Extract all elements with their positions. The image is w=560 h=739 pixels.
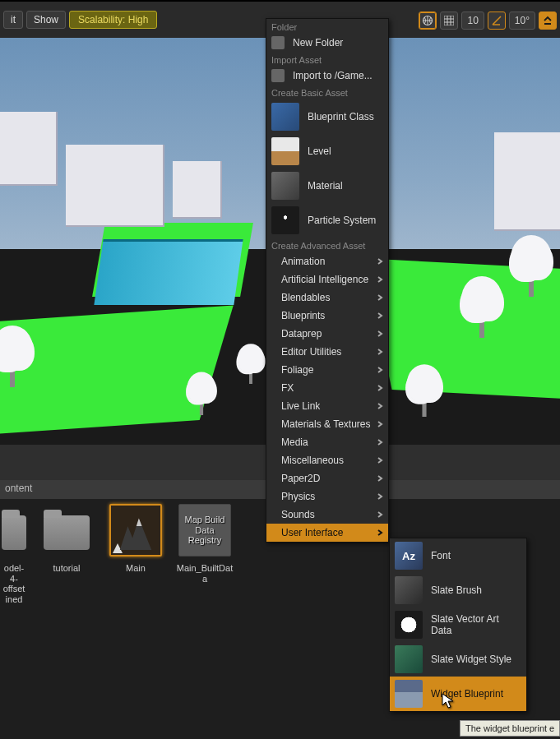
- menu-category-animation[interactable]: Animation: [266, 252, 388, 270]
- level-thumb-icon: [109, 504, 162, 557]
- angle-snap-value[interactable]: 10°: [509, 12, 535, 30]
- menu-label: Dataprep: [271, 328, 322, 339]
- menu-label: Material: [308, 180, 343, 192]
- asset-label: Main_BuiltData: [176, 563, 234, 584]
- chevron-right-icon: [377, 310, 383, 321]
- chevron-right-icon: [377, 527, 383, 538]
- submenu-label: Slate Widget Style: [431, 654, 511, 665]
- submenu-label: Widget Blueprint: [431, 688, 503, 700]
- chevron-right-icon: [377, 346, 383, 358]
- maximize-icon[interactable]: [539, 12, 557, 30]
- menu-section-folder: Folder: [266, 19, 388, 34]
- grid-snap-value[interactable]: 10: [461, 12, 484, 30]
- mapbuilddata-thumb: Map Build Data Registry: [178, 504, 231, 557]
- material-icon: [271, 172, 299, 200]
- submenu-label: Slate Vector Art Data: [431, 613, 521, 636]
- slate-vector-art-data-icon: [395, 611, 423, 639]
- menu-label: Physics: [271, 491, 315, 502]
- menu-category-miscellaneous[interactable]: Miscellaneous: [266, 451, 388, 469]
- menu-category-materials-textures[interactable]: Materials & Textures: [266, 415, 388, 433]
- chevron-right-icon: [377, 509, 383, 520]
- chevron-right-icon: [377, 328, 383, 339]
- slate-brush-icon: [395, 576, 423, 604]
- lit-button[interactable]: it: [3, 11, 23, 29]
- asset-folder[interactable]: odel- 4-offset ined: [2, 504, 26, 734]
- chevron-right-icon: [377, 436, 383, 448]
- asset-folder[interactable]: tutorial: [38, 504, 95, 734]
- menu-label: Blueprints: [271, 310, 325, 321]
- menu-item-particle-system[interactable]: Particle System: [266, 203, 388, 238]
- menu-category-paper2d[interactable]: Paper2D: [266, 469, 388, 487]
- menu-label: Paper2D: [271, 473, 320, 484]
- asset-label: Main: [107, 563, 164, 574]
- menu-section-basic: Create Basic Asset: [266, 85, 388, 99]
- chevron-right-icon: [377, 274, 383, 285]
- angle-snap-icon[interactable]: [488, 12, 506, 30]
- menu-label: Import to /Game...: [293, 70, 373, 81]
- menu-category-dataprep[interactable]: Dataprep: [266, 325, 388, 343]
- menu-label: New Folder: [293, 37, 343, 48]
- grid-snap-icon[interactable]: [440, 12, 458, 30]
- menu-category-blueprints[interactable]: Blueprints: [266, 307, 388, 325]
- menu-label: Level: [308, 145, 331, 157]
- menu-category-sounds[interactable]: Sounds: [266, 506, 388, 524]
- menu-label: FX: [271, 382, 294, 394]
- font-icon: [395, 542, 423, 570]
- show-button[interactable]: Show: [26, 11, 66, 29]
- menu-section-import: Import Asset: [266, 52, 388, 67]
- menu-label: Particle System: [308, 215, 376, 226]
- folder-icon: [2, 515, 26, 550]
- menu-category-editor-utilities[interactable]: Editor Utilities: [266, 343, 388, 361]
- slate-widget-style-icon: [395, 645, 423, 673]
- menu-label: Artificial Intelligence: [271, 274, 368, 285]
- menu-item-blueprint-class[interactable]: Blueprint Class: [266, 99, 388, 134]
- chevron-right-icon: [377, 473, 383, 484]
- menu-category-blendables[interactable]: Blendables: [266, 289, 388, 307]
- menu-label: Media: [271, 436, 308, 448]
- menu-label: Sounds: [271, 509, 315, 520]
- menu-category-media[interactable]: Media: [266, 433, 388, 451]
- snap-toolbar: 10 10°: [419, 12, 557, 30]
- submenu-item-slate-brush[interactable]: Slate Brush: [390, 573, 526, 607]
- chevron-right-icon: [377, 382, 383, 394]
- menu-category-physics[interactable]: Physics: [266, 487, 388, 506]
- new-folder-icon: [271, 36, 285, 49]
- chevron-right-icon: [377, 400, 383, 412]
- chevron-right-icon: [377, 418, 383, 430]
- submenu-item-font[interactable]: Font: [390, 538, 526, 573]
- menu-item-new-folder[interactable]: New Folder: [266, 34, 388, 52]
- menu-category-foliage[interactable]: Foliage: [266, 361, 388, 379]
- chevron-right-icon: [377, 364, 383, 376]
- scalability-button[interactable]: Scalability: High: [69, 11, 157, 29]
- asset-main[interactable]: Main: [107, 504, 164, 734]
- submenu-label: Font: [431, 550, 451, 561]
- level-icon: [271, 137, 299, 165]
- import-icon: [271, 69, 285, 82]
- chevron-right-icon: [377, 491, 383, 502]
- folder-icon: [44, 515, 90, 550]
- submenu-item-slate-widget-style[interactable]: Slate Widget Style: [390, 642, 526, 677]
- menu-label: Blendables: [271, 292, 330, 303]
- menu-category-user-interface[interactable]: User Interface: [266, 524, 388, 542]
- widget-blueprint-icon: [395, 680, 423, 708]
- menu-category-live-link[interactable]: Live Link: [266, 397, 388, 415]
- chevron-right-icon: [377, 256, 383, 267]
- submenu-label: Slate Brush: [431, 584, 482, 596]
- asset-builtdata[interactable]: Map Build Data Registry Main_BuiltData: [176, 504, 234, 734]
- menu-label: Materials & Textures: [271, 418, 371, 430]
- menu-label: Animation: [271, 256, 325, 267]
- menu-label: Foliage: [271, 364, 313, 376]
- menu-category-fx[interactable]: FX: [266, 379, 388, 397]
- menu-item-level[interactable]: Level: [266, 134, 388, 169]
- menu-item-material[interactable]: Material: [266, 169, 388, 203]
- menu-label: Live Link: [271, 400, 320, 412]
- submenu-item-widget-blueprint[interactable]: Widget Blueprint: [390, 677, 526, 711]
- globe-icon[interactable]: [419, 12, 437, 30]
- menu-category-artificial-intelligence[interactable]: Artificial Intelligence: [266, 270, 388, 289]
- submenu-item-slate-vector-art-data[interactable]: Slate Vector Art Data: [390, 607, 526, 642]
- chevron-right-icon: [377, 292, 383, 303]
- blueprint-icon: [271, 103, 299, 131]
- chevron-right-icon: [377, 455, 383, 466]
- menu-item-import[interactable]: Import to /Game...: [266, 67, 388, 85]
- asset-label: odel- 4-offset ined: [2, 563, 26, 605]
